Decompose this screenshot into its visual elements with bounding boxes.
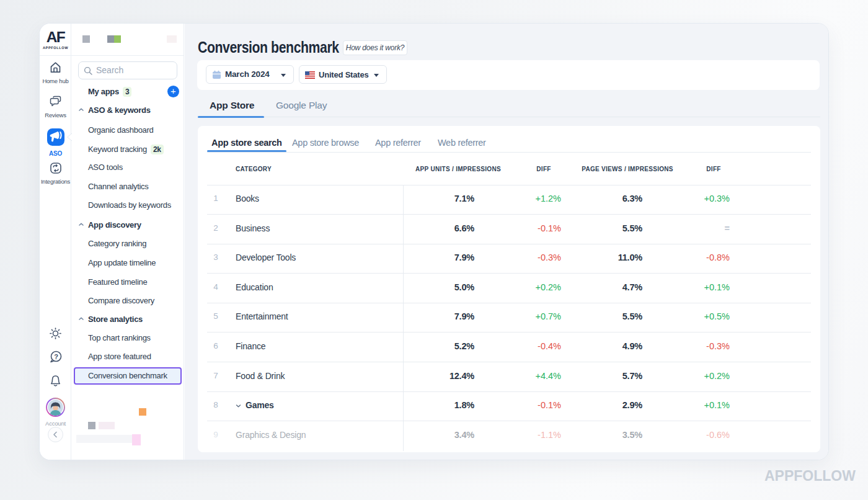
svg-text:?: ? [54, 353, 58, 360]
